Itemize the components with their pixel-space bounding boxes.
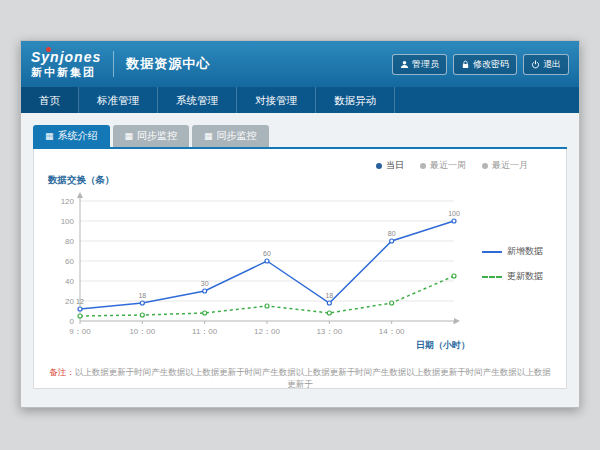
legend-label: 当日 [386,159,404,172]
svg-text:11：00: 11：00 [192,327,218,336]
legend-dot [420,163,426,169]
power-icon [531,60,540,69]
svg-text:60: 60 [263,250,271,257]
green-line-sample [482,276,502,278]
svg-text:14：00: 14：00 [379,327,405,336]
tab-bar: ▦ 系统介绍 ▦ 同步监控 ▦ 同步监控 [33,125,567,147]
svg-text:100: 100 [61,217,75,226]
tab-label: 系统介绍 [58,129,98,143]
svg-text:0: 0 [70,317,75,326]
svg-text:120: 120 [61,197,75,206]
svg-text:10：00: 10：00 [129,327,155,336]
logout-button[interactable]: 退出 [523,54,569,75]
lock-icon [461,60,470,69]
app-header: Synjones 新中新集团 数据资源中心 管理员 [21,41,579,87]
svg-text:12: 12 [76,298,84,305]
change-password-button-label: 修改密码 [473,58,509,71]
legend-dot [482,163,488,169]
svg-text:18: 18 [325,292,333,299]
svg-text:13：00: 13：00 [316,327,342,336]
logo-text: Synjones [31,50,101,65]
header-actions: 管理员 修改密码 退出 [392,54,569,75]
brand: Synjones 新中新集团 数据资源中心 [31,50,210,77]
svg-text:30: 30 [201,280,209,287]
legend-today[interactable]: 当日 [376,159,404,172]
legend-label: 最近一月 [492,159,528,172]
legend-last-month[interactable]: 最近一月 [482,159,528,172]
tab-system-intro[interactable]: ▦ 系统介绍 [33,125,110,147]
svg-text:20: 20 [65,297,74,306]
nav-item-home[interactable]: 首页 [21,87,79,113]
nav-item-standard-management[interactable]: 标准管理 [79,87,158,113]
legend-update-data[interactable]: 更新数据 [482,270,543,283]
svg-text:80: 80 [388,230,396,237]
legend-new-data[interactable]: 新增数据 [482,245,543,258]
legend-dot [376,163,382,169]
svg-text:12：00: 12：00 [254,327,280,336]
svg-text:40: 40 [65,277,74,286]
content-area: ▦ 系统介绍 ▦ 同步监控 ▦ 同步监控 当日 [21,113,579,407]
series-label: 新增数据 [507,245,543,258]
grid-icon: ▦ [204,132,213,141]
footnote-text: 以上数据更新于时间产生数据以上数据更新于时间产生数据以上数据更新于时间产生数据以… [75,367,551,389]
tab-sync-monitor-1[interactable]: ▦ 同步监控 [113,125,190,147]
time-range-legend: 当日 最近一周 最近一月 [46,155,554,172]
y-axis-title: 数据交换（条） [48,174,554,187]
change-password-button[interactable]: 修改密码 [453,54,517,75]
series-legend: 新增数据 更新数据 [482,245,543,357]
logo: Synjones 新中新集团 [31,50,101,77]
brand-divider [113,51,114,77]
footnote: 备注：以上数据更新于时间产生数据以上数据更新于时间产生数据以上数据更新于时间产生… [46,367,554,391]
svg-text:日期（小时）: 日期（小时） [416,340,470,350]
tab-sync-monitor-2[interactable]: ▦ 同步监控 [192,125,269,147]
svg-text:100: 100 [448,210,460,217]
chart-row: 0204060801001209：0010：0011：0012：0013：001… [46,187,554,357]
series-label: 更新数据 [507,270,543,283]
nav-item-system-management[interactable]: 系统管理 [158,87,237,113]
svg-text:9：00: 9：00 [69,327,91,336]
tab-label: 同步监控 [137,129,177,143]
grid-icon: ▦ [125,132,134,141]
nav-item-data-change[interactable]: 数据异动 [316,87,395,113]
admin-button[interactable]: 管理员 [392,54,447,75]
svg-text:80: 80 [65,237,74,246]
admin-button-label: 管理员 [412,58,439,71]
blue-line-sample [482,251,502,253]
desktop-background: Synjones 新中新集团 数据资源中心 管理员 [0,0,600,450]
page-title: 数据资源中心 [126,55,210,73]
svg-text:60: 60 [65,257,74,266]
line-chart: 0204060801001209：0010：0011：0012：0013：001… [46,187,476,357]
legend-last-week[interactable]: 最近一周 [420,159,466,172]
tab-label: 同步监控 [217,129,257,143]
main-nav: 首页 标准管理 系统管理 对接管理 数据异动 [21,87,579,113]
app-window: Synjones 新中新集团 数据资源中心 管理员 [20,40,580,408]
nav-item-connection-management[interactable]: 对接管理 [237,87,316,113]
footnote-prefix: 备注： [49,367,75,377]
chart-panel: 当日 最近一周 最近一月 数据交换（条） 0204060801001209：00… [33,149,567,389]
logout-button-label: 退出 [543,58,561,71]
legend-label: 最近一周 [430,159,466,172]
svg-text:18: 18 [138,292,146,299]
user-icon [400,60,409,69]
logo-subtext: 新中新集团 [31,66,101,78]
grid-icon: ▦ [45,132,54,141]
